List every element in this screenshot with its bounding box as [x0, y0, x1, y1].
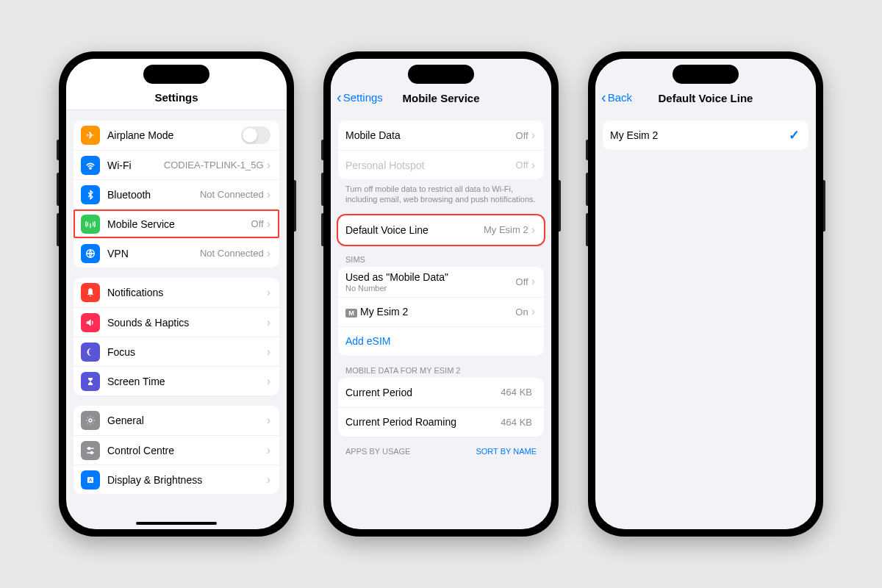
row-value: Off [516, 159, 528, 171]
chevron-right-icon: › [531, 223, 535, 237]
row-label: Notifications [107, 287, 267, 298]
row-current-period[interactable]: Current Period 464 KB [338, 378, 544, 407]
row-focus[interactable]: Focus › [74, 337, 279, 366]
page-title: Settings [154, 91, 198, 104]
home-indicator[interactable] [136, 522, 217, 525]
row-label: Sounds & Haptics [107, 317, 267, 329]
row-label: Bluetooth [107, 189, 200, 201]
phone-settings: Settings ✈ Airplane Mode Wi-Fi CODIEA-TP… [59, 51, 294, 537]
row-wifi[interactable]: Wi-Fi CODIEA-TPLINK-1_5G › [74, 150, 279, 179]
row-label: Airplane Mode [107, 129, 241, 141]
row-label: Focus [107, 346, 267, 358]
row-sounds[interactable]: Sounds & Haptics › [74, 307, 279, 337]
back-button[interactable]: ‹ Back [601, 90, 632, 104]
row-label: Display & Brightness [107, 474, 267, 486]
row-label: Personal Hotspot [345, 159, 516, 171]
row-screentime[interactable]: Screen Time › [74, 366, 279, 395]
wifi-icon [81, 156, 100, 175]
row-add-esim[interactable]: Add eSIM [338, 326, 544, 356]
svg-point-0 [90, 168, 91, 169]
airplane-toggle[interactable] [241, 126, 270, 144]
chevron-right-icon: › [267, 444, 270, 457]
chevron-right-icon: › [267, 473, 270, 487]
row-label: Wi-Fi [107, 159, 164, 171]
chevron-right-icon: › [267, 316, 270, 329]
row-value: My Esim 2 [484, 224, 528, 235]
sort-by-name-button[interactable]: SORT BY NAME [476, 447, 537, 456]
chevron-right-icon: › [267, 414, 270, 427]
row-mobile-data[interactable]: Mobile Data Off › [338, 121, 544, 150]
row-personal-hotspot: Personal Hotspot Off › [338, 150, 544, 179]
row-label: Mobile Service [107, 218, 251, 230]
row-value: On [515, 306, 528, 318]
row-label: Control Centre [107, 445, 267, 456]
row-airplane-mode[interactable]: ✈ Airplane Mode [74, 121, 279, 150]
bell-icon [81, 283, 100, 302]
footer-text: Turn off mobile data to restrict all dat… [331, 179, 551, 205]
row-label: Current Period [345, 387, 501, 398]
row-label: Default Voice Line [345, 224, 484, 236]
chevron-right-icon: › [267, 247, 270, 260]
chevron-right-icon: › [267, 159, 270, 172]
bluetooth-icon [81, 185, 100, 204]
row-notifications[interactable]: Notifications › [74, 278, 279, 307]
svg-point-3 [88, 447, 90, 449]
row-label: Used as "Mobile Data" No Number [345, 271, 516, 293]
chevron-left-icon: ‹ [337, 90, 342, 104]
voice-line-list[interactable]: My Esim 2 ✓ [595, 110, 816, 529]
chevron-right-icon: › [267, 286, 270, 299]
back-button[interactable]: ‹ Settings [337, 90, 383, 104]
row-sim-2[interactable]: MMy Esim 2 On › [338, 297, 544, 326]
mobile-service-list[interactable]: Mobile Data Off › Personal Hotspot Off ›… [331, 110, 551, 529]
row-value: Off [516, 276, 528, 287]
row-general[interactable]: General › [74, 406, 279, 435]
row-value: 464 KB [501, 417, 532, 428]
row-label: VPN [107, 248, 200, 259]
display-icon: A [81, 470, 100, 490]
dynamic-island [673, 65, 739, 84]
settings-list[interactable]: ✈ Airplane Mode Wi-Fi CODIEA-TPLINK-1_5G… [66, 110, 287, 529]
chevron-right-icon: › [267, 345, 270, 359]
row-sim-1[interactable]: Used as "Mobile Data" No Number Off › [338, 267, 544, 297]
chevron-right-icon: › [531, 305, 535, 318]
checkmark-icon: ✓ [789, 127, 800, 143]
row-vpn[interactable]: VPN Not Connected › [74, 238, 279, 268]
row-label: Mobile Data [345, 129, 516, 141]
svg-point-2 [89, 419, 92, 422]
airplane-icon: ✈ [81, 126, 100, 145]
phone-mobile-service: ‹ Settings Mobile Service Mobile Data Of… [323, 51, 559, 537]
globe-icon [81, 244, 100, 263]
page-title: Mobile Service [402, 92, 479, 104]
chevron-right-icon: › [267, 375, 270, 388]
chevron-right-icon: › [531, 159, 535, 172]
back-label: Back [608, 91, 632, 104]
add-esim-link[interactable]: Add eSIM [345, 335, 535, 347]
row-value: Not Connected [200, 248, 264, 259]
sliders-icon [81, 441, 100, 460]
antenna-icon [81, 215, 100, 234]
row-bluetooth[interactable]: Bluetooth Not Connected › [74, 179, 279, 209]
phone-default-voice-line: ‹ Back Default Voice Line My Esim 2 ✓ [588, 51, 823, 537]
chevron-right-icon: › [267, 188, 270, 201]
section-header-apps: APPS BY USAGE SORT BY NAME [331, 437, 551, 459]
row-label: Screen Time [107, 376, 267, 387]
chevron-left-icon: ‹ [601, 90, 606, 104]
row-default-voice-line[interactable]: Default Voice Line My Esim 2 › [338, 215, 544, 245]
row-control-centre[interactable]: Control Centre › [74, 435, 279, 465]
row-value: 464 KB [501, 387, 532, 398]
dynamic-island [408, 65, 474, 84]
row-value: Not Connected [200, 189, 264, 200]
row-current-roaming[interactable]: Current Period Roaming 464 KB [338, 407, 544, 437]
row-display[interactable]: A Display & Brightness › [74, 465, 279, 494]
section-header-usage: MOBILE DATA FOR MY ESIM 2 [331, 356, 551, 378]
row-mobile-service[interactable]: Mobile Service Off › [74, 209, 279, 238]
chevron-right-icon: › [267, 218, 270, 231]
row-label: MMy Esim 2 [345, 306, 515, 318]
row-value: CODIEA-TPLINK-1_5G [164, 159, 264, 171]
page-title: Default Voice Line [659, 92, 753, 104]
back-label: Settings [343, 91, 383, 104]
svg-point-4 [90, 451, 93, 453]
dynamic-island [143, 65, 209, 84]
row-label: My Esim 2 [610, 129, 789, 141]
row-voice-option[interactable]: My Esim 2 ✓ [603, 121, 808, 150]
